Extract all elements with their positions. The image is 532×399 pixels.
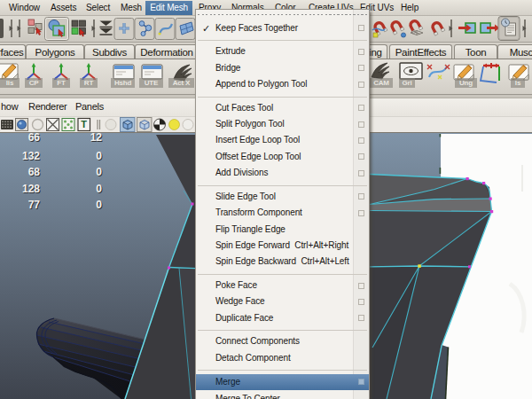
svg-text:T: T: [81, 119, 87, 129]
